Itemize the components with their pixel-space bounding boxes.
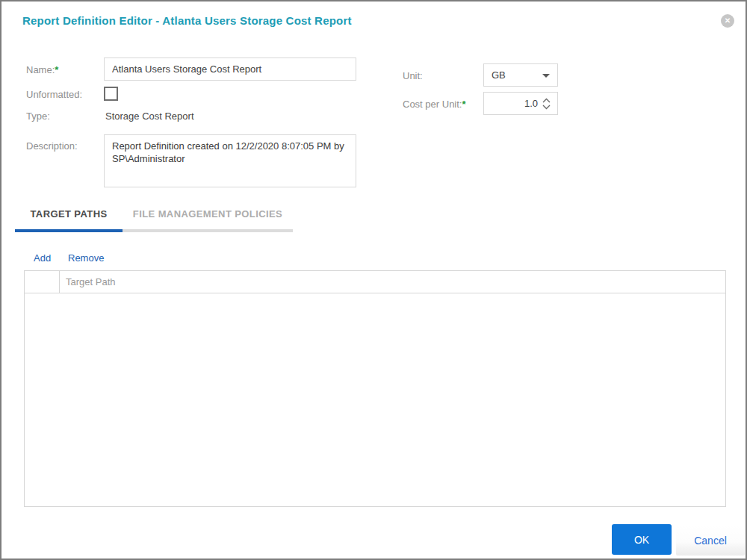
column-header-select <box>25 271 60 293</box>
add-link[interactable]: Add <box>34 252 51 264</box>
unit-select[interactable]: GB <box>483 63 558 87</box>
ok-button[interactable]: OK <box>612 524 672 555</box>
cost-per-unit-label-text: Cost per Unit: <box>403 99 462 110</box>
cost-per-unit-spinner <box>483 92 558 115</box>
unit-label: Unit: <box>403 70 423 81</box>
tab-bar: TARGET PATHS FILE MANAGEMENT POLICIES <box>15 208 293 232</box>
name-input[interactable] <box>104 57 356 81</box>
name-label-text: Name: <box>26 64 55 75</box>
table-header-row: Target Path <box>25 271 725 293</box>
name-label: Name:* <box>26 64 58 75</box>
table-body[interactable] <box>25 293 725 506</box>
cancel-button[interactable]: Cancel <box>676 525 745 556</box>
type-label: Type: <box>26 111 50 122</box>
description-label: Description: <box>26 140 78 152</box>
unformatted-checkbox[interactable] <box>104 87 118 101</box>
cost-per-unit-input[interactable] <box>484 93 538 114</box>
name-required-mark: * <box>55 64 58 75</box>
dialog-title: Report Definition Editor - Atlanta Users… <box>22 14 352 27</box>
type-value: Storage Cost Report <box>105 111 194 122</box>
unit-select-value: GB <box>492 69 506 81</box>
remove-link[interactable]: Remove <box>68 252 104 264</box>
cost-per-unit-required-mark: * <box>462 99 465 110</box>
cost-per-unit-label: Cost per Unit:* <box>403 99 466 110</box>
description-textarea[interactable]: Report Definition created on 12/2/2020 8… <box>104 134 356 187</box>
tab-target-paths[interactable]: TARGET PATHS <box>15 208 123 232</box>
spinner-up-down-icon[interactable] <box>542 98 551 113</box>
unformatted-label: Unformatted: <box>26 89 82 100</box>
target-path-table: Target Path <box>24 270 726 507</box>
chevron-down-icon <box>542 74 550 78</box>
report-definition-editor-dialog: Report Definition Editor - Atlanta Users… <box>0 0 747 560</box>
column-header-target-path: Target Path <box>60 271 725 293</box>
tab-file-management-policies[interactable]: FILE MANAGEMENT POLICIES <box>123 208 293 232</box>
close-icon[interactable]: ✕ <box>721 14 734 28</box>
